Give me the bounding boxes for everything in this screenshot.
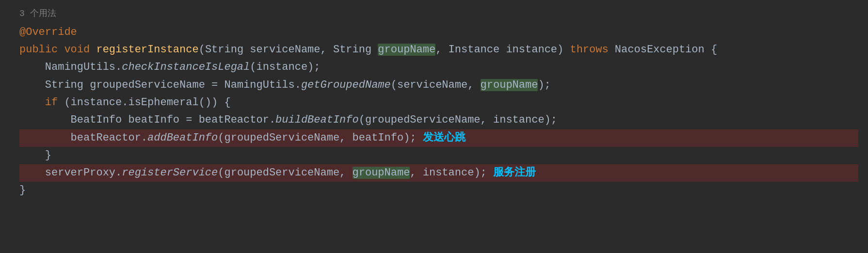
code-line-line-if: if (instance.isEphemeral()) {	[19, 94, 858, 111]
code-line-line-string: String groupedServiceName = NamingUtils.…	[19, 77, 858, 94]
code-viewer: 3 个用法 @Overridepublic void registerInsta…	[0, 0, 868, 253]
code-line-method-sig: public void registerInstance(String serv…	[19, 41, 858, 59]
code-line-line-check: NamingUtils.checkInstanceIsLegal(instanc…	[19, 59, 858, 76]
code-lines: @Overridepublic void registerInstance(St…	[19, 24, 858, 200]
usage-count: 3 个用法	[19, 7, 858, 21]
code-line-line-close: }	[19, 182, 858, 199]
code-line-line-close-if: }	[19, 147, 858, 164]
code-line-line-register: serverProxy.registerService(groupedServi…	[19, 164, 858, 182]
code-line-override: @Override	[19, 24, 858, 41]
code-line-line-addbeat: beatReactor.addBeatInfo(groupedServiceNa…	[19, 129, 858, 147]
code-line-line-beatinfo: BeatInfo beatInfo = beatReactor.buildBea…	[19, 111, 858, 129]
